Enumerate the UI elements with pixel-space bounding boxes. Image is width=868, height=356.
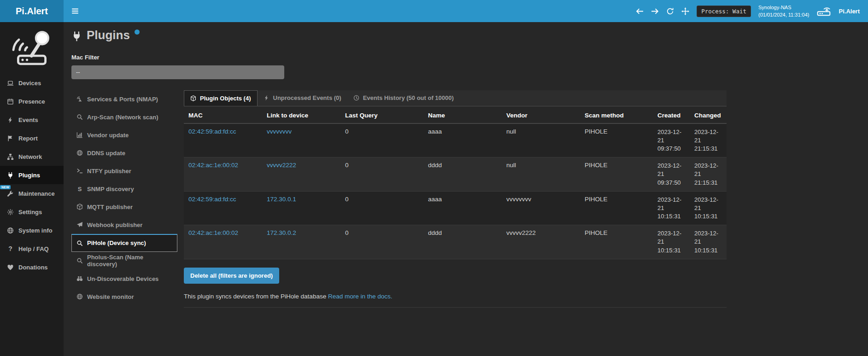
mac-link[interactable]: 02:42:ac:1e:00:02: [188, 229, 238, 236]
delete-all-button[interactable]: Delete all (filters are ignored): [184, 268, 279, 284]
router-magnifier-logo-icon: [8, 29, 56, 69]
move-button[interactable]: [681, 7, 689, 15]
created-cell: 2023-12-21 10:15:31: [653, 191, 690, 225]
device-link[interactable]: vvvvv2222: [267, 162, 296, 169]
device-link[interactable]: 172.30.0.2: [267, 229, 296, 236]
plugin-nav-mqtt-publisher[interactable]: MQTT publisher: [71, 198, 177, 216]
sidebar-item-plugins[interactable]: Plugins: [0, 166, 64, 184]
sidebar-item-label: Help / FAQ: [18, 245, 49, 252]
sidebar-item-label: Maintenance: [18, 190, 55, 197]
mac-link[interactable]: 02:42:ac:1e:00:02: [188, 162, 238, 169]
table-row: 02:42:ac:1e:00:02 vvvvv2222 0 dddd null …: [184, 158, 727, 192]
scan-method-cell: PIHOLE: [580, 191, 653, 225]
vendor-cell: null: [502, 123, 580, 158]
sidebar-item-settings[interactable]: Settings: [0, 203, 64, 221]
plugin-nav-label: MQTT publisher: [87, 204, 133, 210]
search-icon: [76, 257, 83, 264]
plugin-nav-pihole-device-sync[interactable]: PiHole (Device sync): [71, 234, 177, 252]
column-header-changed: Changed: [690, 107, 727, 123]
name-cell: aaaa: [423, 191, 502, 225]
header-toolbar: Process: Wait Synology-NAS (01/01/2024, …: [636, 4, 868, 19]
sidebar-item-label: Events: [18, 117, 38, 123]
device-link[interactable]: vvvvvvvv: [267, 128, 292, 135]
sidebar-item-help-faq[interactable]: ?Help / FAQ: [0, 239, 64, 258]
plugin-nav-snmp-discovery[interactable]: SSNMP discovery: [71, 180, 177, 198]
plugin-nav-services-ports-nmap[interactable]: Services & Ports (NMAP): [71, 90, 177, 108]
tab-label: Plugin Objects (4): [200, 95, 251, 102]
sidebar-item-devices[interactable]: Devices: [0, 74, 64, 92]
bolt-icon: [7, 117, 14, 123]
terminal-icon: [76, 168, 83, 174]
scan-method-cell: PIHOLE: [580, 123, 653, 158]
plugin-nav-label: Arp-Scan (Network scan): [87, 114, 158, 121]
sidebar-item-report[interactable]: Report: [0, 129, 64, 147]
sidebar-item-label: Report: [18, 135, 38, 142]
plugin-nav-label: Website monitor: [87, 293, 134, 300]
plugin-nav-undiscoverable-devices[interactable]: Un-Discoverable Devices: [71, 270, 177, 288]
nav-back-button[interactable]: [636, 7, 644, 15]
plugin-nav-webhook-publisher[interactable]: Webhook publisher: [71, 216, 177, 234]
calendar-icon: [7, 98, 14, 105]
sidebar-item-events[interactable]: Events: [0, 111, 64, 129]
page-title: Plugins: [87, 29, 130, 42]
mac-link[interactable]: 02:42:59:ad:fd:cc: [188, 196, 236, 203]
docs-badge-icon[interactable]: [135, 29, 140, 35]
plug-icon: [71, 31, 82, 41]
nav-forward-button[interactable]: [651, 7, 659, 15]
top-header: Pi.Alert Process: Wait Synology-NAS (01/…: [0, 0, 868, 22]
plugin-nav-ntfy-publisher[interactable]: NTFY publisher: [71, 162, 177, 180]
sidebar-item-network[interactable]: Network: [0, 147, 64, 166]
sidebar-item-maintenance[interactable]: NEWMaintenance: [0, 184, 64, 203]
refresh-button[interactable]: [666, 7, 674, 15]
vendor-cell: null: [502, 158, 580, 192]
changed-cell: 2023-12-21 10:15:31: [690, 225, 727, 259]
plugin-nav-arp-scan[interactable]: Arp-Scan (Network scan): [71, 108, 177, 126]
created-cell: 2023-12-21 09:37:50: [653, 158, 690, 192]
column-header-mac: MAC: [184, 107, 262, 123]
plugin-nav-label: Pholus-Scan (Name discovery): [87, 254, 172, 268]
column-header-scan-method: Scan method: [580, 107, 653, 123]
created-cell: 2023-12-21 09:37:50: [653, 123, 690, 158]
sidebar-toggle-button[interactable]: [64, 0, 87, 22]
mac-filter-input[interactable]: [71, 65, 284, 79]
vendor-cell: vvvvvvvv: [502, 191, 580, 225]
changed-cell: 2023-12-21 21:15:31: [690, 158, 727, 192]
plugin-nav-website-monitor[interactable]: Website monitor: [71, 288, 177, 306]
last-query-cell: 0: [340, 158, 423, 192]
tab-label: Events History (50 out of 10000): [363, 94, 454, 101]
last-query-cell: 0: [340, 123, 423, 158]
sidebar-item-label: Donations: [18, 264, 48, 271]
heart-icon: [7, 264, 14, 271]
plugin-nav-ddns-update[interactable]: DDNS update: [71, 144, 177, 162]
sidebar-item-system-info[interactable]: System info: [0, 221, 64, 239]
plugin-nav-vendor-update[interactable]: Vendor update: [71, 126, 177, 144]
gear-icon: [7, 209, 14, 216]
plugin-nav-label: NTFY publisher: [87, 168, 131, 175]
plugin-nav-pholus-scan[interactable]: Pholus-Scan (Name discovery): [71, 252, 177, 270]
sidebar-item-presence[interactable]: Presence: [0, 92, 64, 111]
globe-icon: [76, 150, 83, 156]
sidebar-menu: Devices Presence Events Report Network P…: [0, 74, 64, 276]
device-link[interactable]: 172.30.0.1: [267, 196, 296, 203]
docs-link[interactable]: Read more in the docs.: [328, 293, 393, 300]
brand-logo[interactable]: Pi.Alert: [0, 0, 64, 22]
brand-logo-text: Pi.Alert: [16, 6, 48, 17]
last-query-cell: 0: [340, 191, 423, 225]
paper-plane-icon: [76, 222, 83, 228]
tab-bar: Plugin Objects (4) Unprocessed Events (0…: [184, 90, 727, 106]
column-header-last-query: Last Query: [340, 107, 423, 123]
plugin-nav-label: PiHole (Device sync): [87, 239, 146, 246]
plugin-objects-table: MAC Link to device Last Query Name Vendo…: [184, 107, 727, 259]
globe-icon: [7, 227, 14, 234]
tab-plugin-objects[interactable]: Plugin Objects (4): [184, 90, 258, 106]
sidebar-item-donations[interactable]: Donations: [0, 258, 64, 276]
changed-cell: 2023-12-21 10:15:31: [690, 191, 727, 225]
tab-events-history[interactable]: Events History (50 out of 10000): [347, 90, 460, 106]
satellite-dish-icon: [76, 96, 83, 102]
main-content: Plugins Mac Filter Services & Ports (NMA…: [64, 22, 868, 356]
question-icon: ?: [7, 245, 14, 252]
column-header-name: Name: [423, 107, 502, 123]
tab-unprocessed-events[interactable]: Unprocessed Events (0): [258, 90, 347, 106]
mac-link[interactable]: 02:42:59:ad:fd:cc: [188, 128, 236, 135]
cube-icon: [76, 204, 83, 210]
